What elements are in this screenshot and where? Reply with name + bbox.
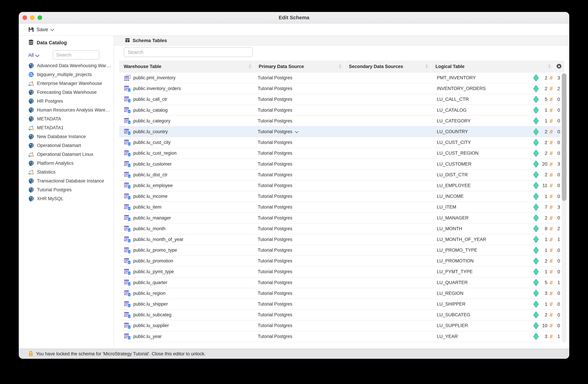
table-row[interactable]: public.pmt_inventory Tutorial Postgres P… (119, 73, 561, 83)
sidebar-item-database-instance[interactable]: Advanced Data Warehousing War… (19, 61, 114, 70)
logical-table-badges: 8 # 2 (533, 225, 560, 232)
table-row[interactable]: public.lu_employee Tutorial Postgres LU_… (119, 180, 561, 191)
table-row[interactable]: public.lu_region Tutorial Postgres LU_RE… (119, 288, 561, 299)
sidebar-item-database-instance[interactable]: METADATA (19, 114, 114, 123)
sidebar-item-database-instance[interactable]: XHR MySQL (19, 194, 114, 203)
table-row[interactable]: public.lu_month Tutorial Postgres LU_MON… (119, 224, 561, 234)
column-header-secondary-data-sources[interactable]: Secondary Data Sources (344, 61, 431, 73)
warehouse-table-icon (124, 139, 131, 146)
table-row[interactable]: public.lu_month_of_year Tutorial Postgre… (119, 234, 561, 245)
warehouse-table-icon (124, 96, 131, 103)
sidebar-item-database-instance[interactable]: MySQL METADATA1 (19, 123, 114, 132)
logical-table-badges: 1 # 0 (533, 193, 560, 200)
table-row[interactable]: public.inventory_orders Tutorial Postgre… (119, 83, 561, 94)
sidebar-item-database-instance[interactable]: Forecasting Data Warehouse (19, 88, 114, 97)
fact-count: 0 (554, 140, 560, 145)
sidebar-item-database-instance[interactable]: MySQL Enterprise Manager Warehouse (19, 79, 114, 88)
table-row[interactable]: public.lu_subcateg Tutorial Postgres LU_… (119, 310, 561, 320)
gear-icon[interactable] (556, 63, 562, 70)
sort-icon[interactable] (339, 64, 341, 69)
table-row[interactable]: public.lu_quarter Tutorial Postgres LU_Q… (119, 277, 561, 288)
table-row[interactable]: public.lu_pymt_type Tutorial Postgres LU… (119, 267, 561, 277)
sidebar-item-database-instance[interactable]: bigquery_multiple_projects (19, 70, 114, 79)
filter-all-dropdown[interactable]: All (28, 52, 39, 58)
table-row[interactable]: public.lu_year Tutorial Postgres LU_YEAR (119, 331, 561, 342)
attribute-count: 3 (540, 334, 547, 339)
warehouse-table-icon (124, 214, 131, 221)
sort-icon[interactable] (249, 64, 251, 69)
table-row[interactable]: public.lu_cust_city Tutorial Postgres LU… (119, 137, 561, 148)
sidebar-item-database-instance[interactable]: MySQL Operational Datamart Linux (19, 150, 114, 159)
table-row[interactable]: public.lu_manager Tutorial Postgres LU_M… (119, 213, 561, 223)
fact-hash-icon: # (550, 97, 553, 102)
table-row[interactable]: public.lu_supplier Tutorial Postgres LU_… (119, 320, 561, 331)
save-chevron-down-icon[interactable] (50, 29, 54, 31)
vertical-scrollbar[interactable] (562, 73, 567, 343)
table-row[interactable]: public.lu_country Tutorial Postgres LU_C… (119, 127, 561, 137)
column-header-primary-data-source[interactable]: Primary Data Source (254, 61, 344, 73)
table-row[interactable]: public.lu_income Tutorial Postgres LU_IN… (119, 191, 561, 202)
status-message: You have locked the schema for 'MicroStr… (36, 351, 206, 357)
sidebar-item-database-instance[interactable]: Operational Datamart (19, 141, 114, 150)
attribute-count: 2 (540, 215, 547, 221)
logical-table-badges: 2 # 0 (533, 128, 560, 135)
logical-table-badges: 7 # 3 (533, 204, 560, 211)
logical-table-name: INVENTORY_ORDERS (437, 86, 486, 91)
save-button[interactable]: Save (28, 26, 54, 33)
fact-hash-icon: # (550, 107, 553, 113)
table-row[interactable]: public.lu_item Tutorial Postgres LU_ITEM (119, 202, 561, 213)
attribute-diamond-icon (533, 268, 539, 275)
primary-data-source-value: Tutorial Postgres (258, 86, 292, 91)
attribute-diamond-icon (533, 107, 539, 114)
database-instance-label: bigquery_multiple_projects (37, 72, 92, 77)
table-row[interactable]: public.lu_call_ctr Tutorial Postgres LU_… (119, 94, 561, 105)
primary-data-source-value: Tutorial Postgres (258, 172, 292, 177)
warehouse-table-icon (124, 128, 131, 135)
table-row[interactable]: public.lu_shipper Tutorial Postgres LU_S… (119, 299, 561, 310)
sidebar-search-input[interactable] (53, 50, 99, 60)
database-type-icon (28, 89, 34, 95)
table-header-row: Warehouse Table Primary Data Source Seco… (119, 61, 564, 73)
logical-table-badges: 1 # 0 (533, 107, 560, 114)
primary-data-source-value: Tutorial Postgres (258, 75, 292, 81)
table-row[interactable]: public.lu_promotion Tutorial Postgres LU… (119, 256, 561, 267)
table-row[interactable]: public.lu_customer Tutorial Postgres LU_… (119, 159, 561, 170)
logical-table-name: LU_SUPPLIER (437, 323, 468, 328)
table-row[interactable]: public.lu_promo_type Tutorial Postgres L… (119, 245, 561, 256)
fact-hash-icon: # (550, 258, 553, 264)
sidebar-item-database-instance[interactable]: Platform Analytics (19, 159, 114, 168)
primary-data-source-chevron-down-icon[interactable] (295, 131, 298, 133)
fact-hash-icon: # (550, 118, 553, 124)
sidebar-item-database-instance[interactable]: Transactional Database Instance (19, 176, 114, 185)
sidebar-item-database-instance[interactable]: Human Resources Analysis Ware… (19, 106, 114, 114)
sidebar-item-database-instance[interactable]: Tutorial Postgres (19, 185, 114, 194)
sidebar-item-database-instance[interactable]: New Database Instance (19, 132, 114, 141)
attribute-count: 20 (540, 161, 547, 167)
table-row[interactable]: public.lu_dist_ctr Tutorial Postgres LU_… (119, 170, 561, 180)
primary-data-source-value: Tutorial Postgres (258, 107, 292, 113)
column-header-warehouse-table[interactable]: Warehouse Table (119, 61, 254, 73)
warehouse-table-icon (124, 236, 131, 243)
fact-hash-icon: # (550, 291, 553, 296)
fact-count: 3 (554, 75, 560, 81)
logical-table-name: LU_PYMT_TYPE (437, 269, 473, 274)
fact-count: 0 (554, 258, 560, 264)
vertical-scrollbar-thumb[interactable] (562, 73, 567, 201)
column-header-logical-table[interactable]: Logical Table (431, 61, 554, 73)
logical-table-badges: 20 # 3 (533, 160, 560, 168)
schema-tables-search-input[interactable] (124, 47, 253, 57)
toolbar: Save (19, 23, 569, 36)
sidebar-item-database-instance[interactable]: HR Postgres (19, 97, 114, 106)
warehouse-table-icon (124, 333, 131, 340)
database-instance-label: HR Postgres (37, 99, 63, 104)
sort-icon[interactable] (548, 64, 551, 69)
attribute-count: 2 (540, 75, 547, 81)
logical-table-badges: 2 # 0 (533, 150, 560, 157)
table-row[interactable]: public.lu_cust_region Tutorial Postgres … (119, 148, 561, 159)
table-row[interactable]: public.lu_catalog Tutorial Postgres LU_C… (119, 105, 561, 116)
table-row[interactable]: public.lu_category Tutorial Postgres LU_… (119, 116, 561, 127)
attribute-diamond-icon (533, 74, 539, 82)
sort-icon[interactable] (425, 64, 428, 69)
warehouse-table-name: public.lu_pymt_type (133, 269, 174, 274)
sidebar-item-database-instance[interactable]: MySQL Statistics (19, 168, 114, 176)
